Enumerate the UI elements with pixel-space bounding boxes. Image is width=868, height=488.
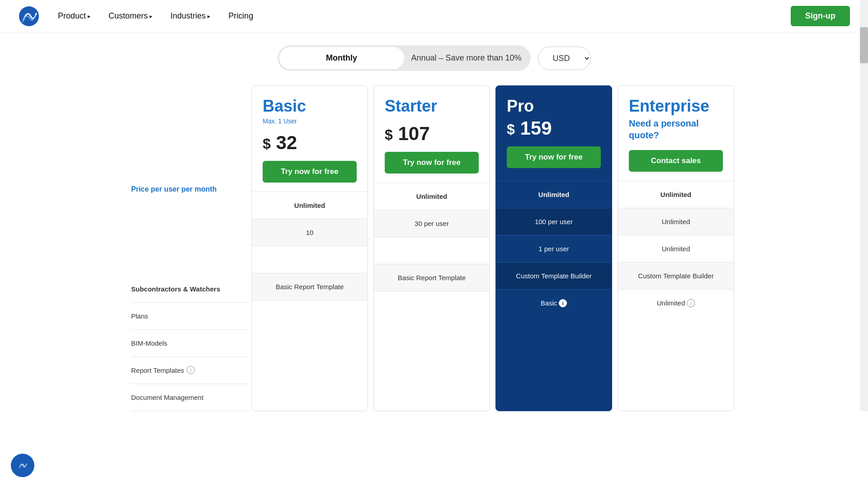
scrollbar[interactable] [860, 0, 868, 411]
enterprise-header: Enterprise Need a personal quote? Contac… [618, 86, 734, 181]
plans-container: Basic Max. 1 User $ 32 Try now for free … [249, 85, 737, 411]
pro-cta-button[interactable]: Try now for free [507, 146, 601, 168]
plan-pro: Pro $ 159 Try now for free Unlimited 100… [495, 85, 612, 411]
bim-models-label: BIM-Models [131, 330, 249, 357]
svg-point-0 [19, 6, 39, 26]
navbar: Product ▸ Customers ▸ Industries ▸ Prici… [0, 0, 868, 33]
customers-arrow-icon: ▸ [150, 13, 152, 19]
enterprise-quote: Need a personal quote? [629, 117, 723, 141]
enterprise-plan-name: Enterprise [629, 97, 723, 116]
enterprise-doc-info-icon[interactable]: i [687, 299, 695, 307]
pro-doc-info-icon[interactable]: i [559, 299, 567, 307]
enterprise-bim-models: Unlimited [618, 235, 734, 262]
starter-document-management [374, 291, 490, 318]
pro-document-management: Basic i [496, 289, 612, 316]
pro-bim-models: 1 per user [496, 235, 612, 262]
report-templates-info-icon[interactable]: i [187, 366, 195, 374]
pro-plans: 100 per user [496, 208, 612, 235]
price-per-user-label: Price per user per month [131, 185, 249, 194]
enterprise-subcontractors: Unlimited [618, 181, 734, 208]
scrollbar-thumb[interactable] [860, 27, 868, 63]
starter-features: Unlimited 30 per user Basic Report Templ… [374, 183, 490, 411]
plan-enterprise: Enterprise Need a personal quote? Contac… [618, 85, 734, 411]
pro-plan-name: Pro [507, 97, 601, 116]
industries-arrow-icon: ▸ [208, 13, 210, 19]
basic-plan-price: $ 32 [263, 132, 357, 154]
starter-plan-price: $ 107 [385, 123, 479, 145]
basic-plans: 10 [252, 219, 368, 246]
signup-button[interactable]: Sign-up [791, 6, 850, 26]
logo-icon [18, 5, 40, 27]
nav-pricing[interactable]: Pricing [228, 11, 253, 21]
nav-customers[interactable]: Customers ▸ [108, 11, 152, 21]
enterprise-report-templates: Custom Template Builder [618, 262, 734, 289]
pro-subcontractors: Unlimited [496, 181, 612, 208]
basic-plan-subtitle: Max. 1 User [263, 117, 357, 125]
document-management-label: Document Management [131, 384, 249, 411]
enterprise-features: Unlimited Unlimited Unlimited Custom Tem… [618, 181, 734, 411]
pricing-main: Price per user per month Subcontractors … [122, 85, 746, 411]
report-templates-label: Report Templates i [131, 357, 249, 384]
billing-toggle-area: Monthly Annual – Save more than 10% USD … [163, 45, 705, 71]
nav-links: Product ▸ Customers ▸ Industries ▸ Prici… [58, 11, 791, 21]
starter-plans: 30 per user [374, 210, 490, 237]
starter-subcontractors: Unlimited [374, 183, 490, 210]
basic-features: Unlimited 10 Basic Report Template [252, 192, 368, 411]
plans-label: Plans [131, 303, 249, 330]
annual-toggle-button[interactable]: Annual – Save more than 10% [404, 47, 529, 69]
billing-toggle: Monthly Annual – Save more than 10% [278, 45, 531, 71]
plan-basic: Basic Max. 1 User $ 32 Try now for free … [251, 85, 368, 411]
pro-report-templates: Custom Template Builder [496, 262, 612, 289]
enterprise-document-management: Unlimited i [618, 289, 734, 316]
enterprise-plans: Unlimited [618, 208, 734, 235]
monthly-toggle-button[interactable]: Monthly [279, 47, 404, 69]
pro-header: Pro $ 159 Try now for free [496, 86, 612, 181]
basic-plan-name: Basic [263, 97, 357, 116]
pro-features: Unlimited 100 per user 1 per user Custom… [496, 181, 612, 411]
basic-subcontractors: Unlimited [252, 192, 368, 219]
basic-cta-button[interactable]: Try now for free [263, 161, 357, 183]
starter-plan-name: Starter [385, 97, 479, 116]
basic-bim-models [252, 246, 368, 273]
feature-label-column: Price per user per month Subcontractors … [131, 85, 249, 411]
starter-header: Starter $ 107 Try now for free [374, 86, 490, 183]
basic-header: Basic Max. 1 User $ 32 Try now for free [252, 86, 368, 192]
pro-plan-price: $ 159 [507, 117, 601, 139]
starter-report-templates: Basic Report Template [374, 264, 490, 291]
product-arrow-icon: ▸ [88, 13, 90, 19]
nav-industries[interactable]: Industries ▸ [170, 11, 210, 21]
currency-select[interactable]: USD EUR GBP [538, 47, 591, 70]
starter-cta-button[interactable]: Try now for free [385, 152, 479, 174]
plan-starter: Starter $ 107 Try now for free Unlimited… [373, 85, 490, 411]
basic-document-management [252, 300, 368, 327]
nav-product[interactable]: Product ▸ [58, 11, 90, 21]
enterprise-cta-button[interactable]: Contact sales [629, 150, 723, 172]
starter-bim-models [374, 237, 490, 264]
subcontractors-label: Subcontractors & Watchers [131, 276, 249, 303]
basic-report-templates: Basic Report Template [252, 273, 368, 300]
